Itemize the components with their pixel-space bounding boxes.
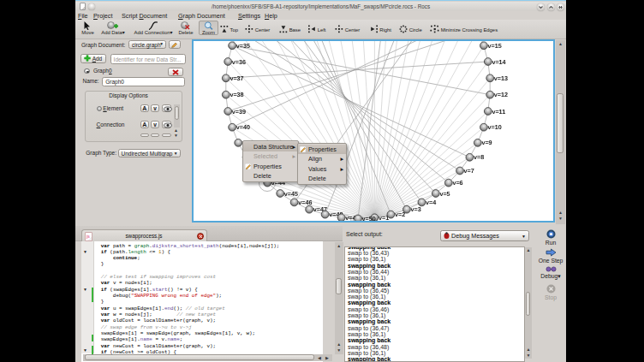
svg-text:v=36: v=36 <box>232 58 246 66</box>
svg-text:v=7: v=7 <box>464 167 474 175</box>
svg-text:v=8: v=8 <box>474 153 484 161</box>
svg-text:v=39: v=39 <box>232 108 246 116</box>
svg-text:v=3: v=3 <box>411 205 421 213</box>
svg-text:v=6: v=6 <box>452 179 462 187</box>
svg-text:v=14: v=14 <box>492 58 505 66</box>
svg-text:v=12: v=12 <box>494 91 508 98</box>
svg-text:v=11: v=11 <box>492 108 505 116</box>
svg-text:v=4: v=4 <box>426 199 436 206</box>
svg-text:v=45: v=45 <box>284 190 298 198</box>
svg-text:v=10: v=10 <box>488 123 502 131</box>
svg-text:v=50: v=50 <box>362 215 376 221</box>
svg-text:v=35: v=35 <box>236 42 250 50</box>
svg-text:v=38: v=38 <box>230 91 243 98</box>
svg-text:v=15: v=15 <box>488 42 502 50</box>
svg-text:v=5: v=5 <box>439 190 450 198</box>
svg-text:v=13: v=13 <box>494 74 508 82</box>
svg-text:v=40: v=40 <box>236 123 250 131</box>
svg-text:v=9: v=9 <box>481 139 492 146</box>
svg-text:v=37: v=37 <box>230 74 243 82</box>
svg-text:v=46: v=46 <box>298 199 312 206</box>
